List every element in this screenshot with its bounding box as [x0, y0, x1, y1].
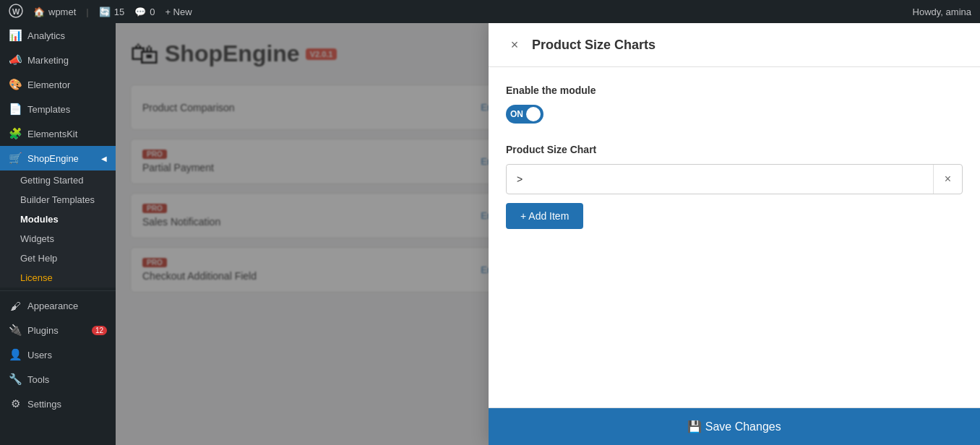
svg-text:W: W — [12, 7, 20, 16]
admin-bar: W 🏠 wpmet | 🔄 15 💬 0 + New Howdy, amina — [0, 0, 980, 23]
main-wrapper: 📊 Analytics 📣 Marketing 🎨 Elementor 📄 Te… — [0, 23, 980, 445]
sidebar-item-analytics[interactable]: 📊 Analytics — [0, 23, 116, 48]
sidebar-item-settings[interactable]: ⚙ Settings — [0, 392, 116, 416]
shopengine-icon: 🛒 — [9, 152, 22, 165]
plugins-badge: 12 — [92, 326, 107, 335]
templates-icon: 📄 — [9, 103, 22, 116]
overlay: × Product Size Charts Enable the module … — [116, 23, 980, 445]
sidebar-item-plugins[interactable]: 🔌 Plugins 12 — [0, 318, 116, 342]
product-size-chart-section: Product Size Chart × + Add Item — [506, 144, 963, 229]
sidebar-sub-get-help[interactable]: Get Help — [0, 249, 116, 268]
chart-label: Product Size Chart — [506, 144, 963, 155]
sidebar-item-tools[interactable]: 🔧 Tools — [0, 367, 116, 392]
sidebar-item-marketing[interactable]: 📣 Marketing — [0, 48, 116, 72]
plugins-icon: 🔌 — [9, 324, 22, 337]
admin-bar-left: W 🏠 wpmet | 🔄 15 💬 0 + New — [9, 4, 901, 20]
users-icon: 👤 — [9, 348, 22, 361]
sidebar-submenu: Getting Started Builder Templates Module… — [0, 170, 116, 288]
settings-icon: ⚙ — [9, 397, 22, 410]
sidebar-item-elementor[interactable]: 🎨 Elementor — [0, 72, 116, 97]
comments-icon: 💬 — [134, 7, 146, 17]
chart-input-row: × — [506, 164, 963, 194]
sidebar-sub-widgets[interactable]: Widgets — [0, 229, 116, 249]
chart-clear-button[interactable]: × — [933, 165, 962, 194]
sidebar-sub-modules[interactable]: Modules — [0, 209, 116, 229]
add-item-button[interactable]: + Add Item — [506, 203, 583, 229]
home-icon: 🏠 — [33, 7, 45, 17]
sidebar-sub-builder-templates[interactable]: Builder Templates — [0, 190, 116, 209]
settings-panel: × Product Size Charts Enable the module … — [489, 23, 980, 445]
chart-input-field[interactable] — [507, 166, 933, 192]
sidebar-item-appearance[interactable]: 🖌 Appearance — [0, 294, 116, 318]
panel-footer: 💾 Save Changes — [489, 407, 980, 445]
content-area: 🛍 ShopEngine V2.0.1 Product Comparison E… — [116, 23, 980, 445]
marketing-icon: 📣 — [9, 53, 22, 66]
sidebar-sub-license[interactable]: License — [0, 268, 116, 288]
chevron-icon: ◀ — [101, 155, 107, 163]
admin-bar-new[interactable]: + New — [165, 7, 192, 17]
admin-bar-user: Howdy, amina — [913, 7, 971, 17]
enable-toggle[interactable]: ON — [506, 105, 543, 124]
sidebar-sub-getting-started[interactable]: Getting Started — [0, 170, 116, 190]
sidebar-item-shopengine[interactable]: 🛒 ShopEngine ◀ — [0, 146, 116, 170]
toggle-row: ON — [506, 105, 963, 124]
appearance-icon: 🖌 — [9, 300, 22, 312]
wp-logo-icon[interactable]: W — [9, 4, 23, 20]
panel-close-button[interactable]: × — [506, 36, 523, 53]
enable-module-label: Enable the module — [506, 85, 963, 96]
elementor-icon: 🎨 — [9, 78, 22, 91]
updates-icon: 🔄 — [99, 7, 111, 17]
sidebar-item-templates[interactable]: 📄 Templates — [0, 97, 116, 121]
enable-module-section: Enable the module ON — [506, 85, 963, 124]
panel-header: × Product Size Charts — [489, 23, 980, 67]
tools-icon: 🔧 — [9, 373, 22, 386]
admin-bar-updates[interactable]: 🔄 15 — [99, 7, 124, 17]
elementskit-icon: 🧩 — [9, 127, 22, 140]
save-changes-button[interactable]: 💾 Save Changes — [489, 408, 980, 445]
admin-bar-site[interactable]: 🏠 wpmet — [33, 7, 76, 17]
sidebar-item-users[interactable]: 👤 Users — [0, 342, 116, 367]
admin-bar-comments[interactable]: 💬 0 — [134, 7, 155, 17]
analytics-icon: 📊 — [9, 29, 22, 42]
sidebar: 📊 Analytics 📣 Marketing 🎨 Elementor 📄 Te… — [0, 23, 116, 445]
panel-title: Product Size Charts — [532, 38, 656, 53]
sidebar-item-elementskit[interactable]: 🧩 ElementsKit — [0, 121, 116, 146]
toggle-slider: ON — [506, 105, 543, 124]
toggle-on-label: ON — [510, 109, 523, 119]
panel-body: Enable the module ON Product — [489, 67, 980, 407]
